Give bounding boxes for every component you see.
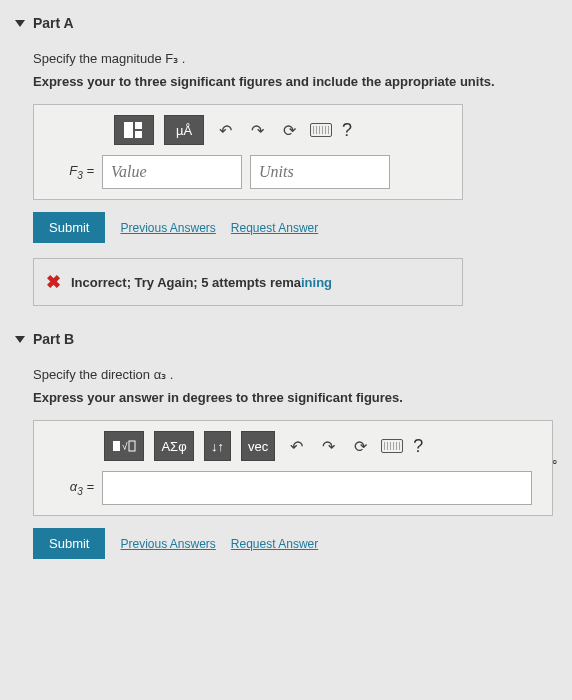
part-a-content: Specify the magnitude F₃ . Express your … <box>33 51 557 306</box>
vec-button[interactable]: vec <box>241 431 275 461</box>
sortarrows-button[interactable]: ↓↑ <box>204 431 231 461</box>
previous-answers-link-b[interactable]: Previous Answers <box>120 537 215 551</box>
answer-box-b: √ ΑΣφ ↓↑ vec ↶ ↷ ⟳ ? α3 = <box>33 420 553 516</box>
part-b-header[interactable]: Part B <box>15 331 557 347</box>
variable-label-b: α3 = <box>44 479 94 497</box>
keyboard-icon[interactable] <box>381 439 403 453</box>
redo-icon[interactable]: ↷ <box>317 437 339 456</box>
feedback-box: ✖ Incorrect; Try Again; 5 attempts remai… <box>33 258 463 306</box>
math-template-icon: √ <box>112 438 136 454</box>
submit-button-a[interactable]: Submit <box>33 212 105 243</box>
degree-suffix: ∘ <box>551 455 559 469</box>
input-row-b: α3 = <box>44 471 542 505</box>
keyboard-icon[interactable] <box>310 123 332 137</box>
symbols-button[interactable]: ΑΣφ <box>154 431 194 461</box>
svg-rect-3 <box>113 441 120 451</box>
help-icon[interactable]: ? <box>342 120 352 141</box>
toolbar-b: √ ΑΣφ ↓↑ vec ↶ ↷ ⟳ ? <box>104 431 542 461</box>
svg-rect-1 <box>135 122 142 129</box>
caret-down-icon <box>15 336 25 343</box>
express-text-a: Express your to three significant figure… <box>33 74 557 89</box>
specify-text-b: Specify the direction α₃ . <box>33 367 557 382</box>
incorrect-x-icon: ✖ <box>46 271 61 293</box>
caret-down-icon <box>15 20 25 27</box>
undo-icon[interactable]: ↶ <box>285 437 307 456</box>
part-a-header[interactable]: Part A <box>15 15 557 31</box>
svg-rect-2 <box>135 131 142 138</box>
previous-answers-link-a[interactable]: Previous Answers <box>120 221 215 235</box>
part-b-title: Part B <box>33 331 74 347</box>
reset-icon[interactable]: ⟳ <box>278 121 300 140</box>
svg-rect-0 <box>124 122 133 138</box>
request-answer-link-a[interactable]: Request Answer <box>231 221 318 235</box>
reset-icon[interactable]: ⟳ <box>349 437 371 456</box>
svg-rect-5 <box>129 441 135 451</box>
math-template-button[interactable]: √ <box>104 431 144 461</box>
svg-text:√: √ <box>122 441 128 452</box>
answer-box-a: µÅ ↶ ↷ ⟳ ? F3 = <box>33 104 463 200</box>
request-answer-link-b[interactable]: Request Answer <box>231 537 318 551</box>
toolbar-a: µÅ ↶ ↷ ⟳ ? <box>114 115 452 145</box>
answer-input-b[interactable] <box>102 471 532 505</box>
part-a-title: Part A <box>33 15 74 31</box>
express-text-b: Express your answer in degrees to three … <box>33 390 557 405</box>
feedback-text: Incorrect; Try Again; 5 attempts remaini… <box>71 275 332 290</box>
variable-label-a: F3 = <box>44 163 94 181</box>
units-input[interactable] <box>250 155 390 189</box>
value-input[interactable] <box>102 155 242 189</box>
input-row-a: F3 = <box>44 155 452 189</box>
undo-icon[interactable]: ↶ <box>214 121 236 140</box>
template-icon <box>123 121 145 139</box>
specify-text-a: Specify the magnitude F₃ . <box>33 51 557 66</box>
part-b-content: Specify the direction α₃ . Express your … <box>33 367 557 559</box>
submit-button-b[interactable]: Submit <box>33 528 105 559</box>
actions-b: Submit Previous Answers Request Answer <box>33 528 557 559</box>
units-button[interactable]: µÅ <box>164 115 204 145</box>
help-icon[interactable]: ? <box>413 436 423 457</box>
template-button[interactable] <box>114 115 154 145</box>
redo-icon[interactable]: ↷ <box>246 121 268 140</box>
actions-a: Submit Previous Answers Request Answer <box>33 212 557 243</box>
